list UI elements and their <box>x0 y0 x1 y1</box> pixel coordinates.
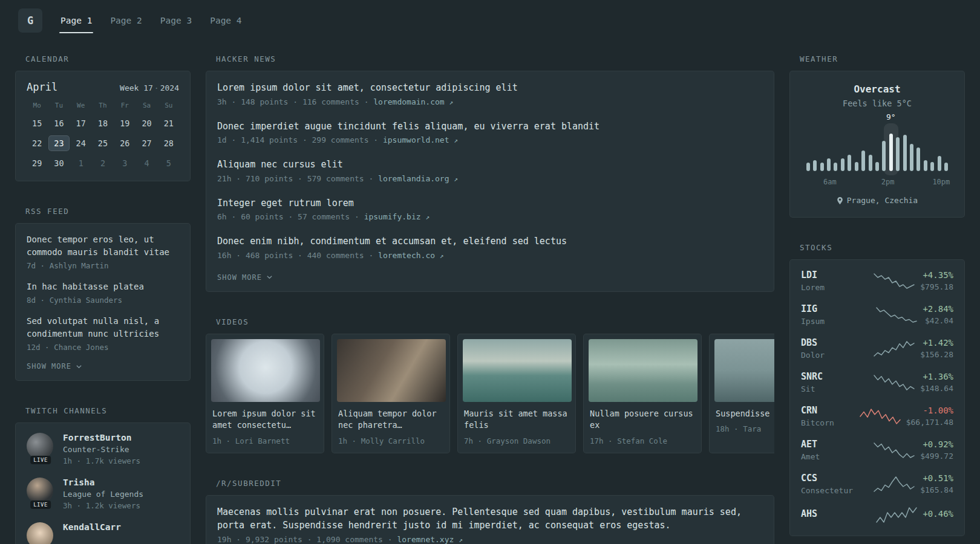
channel-name[interactable]: KendallCarr <box>63 522 121 532</box>
hn-item-domain-link[interactable]: ipsumworld.net ↗ <box>383 135 458 144</box>
weather-bar-column <box>853 129 860 171</box>
stock-symbol: CCS <box>801 473 868 484</box>
stock-row[interactable]: CRN Bitcorn -1.00% $66,171.48 <box>801 405 953 427</box>
middle-column: HACKER NEWS Lorem ipsum dolor sit amet, … <box>206 54 774 544</box>
app-logo[interactable]: G <box>18 8 42 33</box>
weather-bar <box>910 144 913 171</box>
channel-avatar[interactable]: LIVE <box>27 433 54 463</box>
video-thumbnail[interactable] <box>589 339 697 402</box>
channel-info: KendallCarr <box>63 522 121 534</box>
page-tab[interactable]: Page 4 <box>209 0 243 41</box>
channel-avatar[interactable]: LIVE <box>27 478 54 508</box>
rss-show-more-button[interactable]: SHOW MORE <box>27 362 82 371</box>
twitch-widget-header: TWITCH CHANNELS <box>25 406 191 415</box>
calendar-day: 26 <box>114 135 135 151</box>
hn-item-domain: loremdomain.com <box>373 97 444 106</box>
video-card[interactable]: Nullam posuere cursus ex 17h · Stefan Co… <box>583 334 702 453</box>
hn-item-domain-link[interactable]: loremdomain.com ↗ <box>373 97 453 106</box>
video-thumbnail[interactable] <box>463 339 572 402</box>
video-card[interactable]: Suspendisse diam 18h · Tara <box>709 334 774 453</box>
channel-viewers: 3h · 1.2k viewers <box>63 501 143 510</box>
weather-bar-column <box>818 129 825 171</box>
weather-widget: WEATHER Overcast Feels like 5°C 9° 6am 2… <box>789 54 965 218</box>
live-badge: LIVE <box>30 456 51 464</box>
hn-item-domain-link[interactable]: ipsumify.biz ↗ <box>364 212 430 221</box>
video-thumbnail[interactable] <box>337 339 446 402</box>
stock-row[interactable]: CCS Consectetur +0.51% $165.84 <box>801 473 953 495</box>
weather-bar-column: 9° <box>887 129 894 171</box>
calendar-day: 18 <box>93 115 113 131</box>
subreddit-post: Maecenas mollis pulvinar erat non posuer… <box>217 505 763 544</box>
separator-dot: · <box>154 83 159 92</box>
stock-sparkline <box>873 442 915 459</box>
stock-row[interactable]: IIG Ipsum +2.84% $42.04 <box>801 303 953 326</box>
external-link-icon: ↗ <box>425 213 430 221</box>
stock-row[interactable]: DBS Dolor +1.42% $156.28 <box>801 337 953 360</box>
rss-item-meta: 7d · Ashlyn Martin <box>27 261 179 270</box>
show-more-label: SHOW MORE <box>217 273 262 282</box>
rss-item: Donec tempor eros leo, ut commodo mauris… <box>27 233 179 270</box>
weather-chart: 9° <box>805 129 950 171</box>
channel-avatar[interactable]: LIVE <box>27 522 54 544</box>
stock-row[interactable]: AET Amet +0.92% $499.72 <box>801 439 953 461</box>
hn-item-domain-link[interactable]: loremlandia.org ↗ <box>378 174 458 183</box>
video-thumbnail[interactable] <box>211 339 320 402</box>
rss-item-title[interactable]: Donec tempor eros leo, ut commodo mauris… <box>27 233 179 259</box>
channel-name[interactable]: Trisha <box>63 478 143 487</box>
video-title[interactable]: Mauris sit amet massa felis <box>464 408 569 432</box>
stock-row[interactable]: LDI Lorem +4.35% $795.18 <box>801 270 953 292</box>
hn-item-title[interactable]: Donec enim nibh, condimentum et accumsan… <box>217 235 763 248</box>
rss-item-title[interactable]: In hac habitasse platea <box>27 280 179 293</box>
calendar-day-of-week: Th <box>93 102 113 111</box>
calendar-day-of-week: Sa <box>136 102 157 111</box>
channel-name[interactable]: ForrestBurton <box>63 433 140 442</box>
stock-change: +1.36% <box>920 372 953 381</box>
calendar-widget-header: CALENDAR <box>25 54 191 63</box>
stock-row[interactable]: AHS +0.46% <box>801 507 953 523</box>
stock-row[interactable]: SNRC Sit +1.36% $148.64 <box>801 371 953 393</box>
video-card[interactable]: Aliquam tempor dolor nec pharetra… 1h · … <box>332 334 450 453</box>
subreddit-post-title[interactable]: Maecenas mollis pulvinar erat non posuer… <box>217 505 763 533</box>
hn-item-title[interactable]: Donec imperdiet augue tincidunt felis al… <box>217 120 763 134</box>
videos-widget: VIDEOS Lorem ipsum dolor sit amet consec… <box>206 317 774 453</box>
hn-item-stats: 1d · 1,414 points · 299 comments · <box>217 135 383 144</box>
video-title[interactable]: Nullam posuere cursus ex <box>590 408 695 432</box>
video-title[interactable]: Lorem ipsum dolor sit amet consectetu… <box>212 408 318 432</box>
stock-name: Sit <box>801 384 868 393</box>
stock-identity: CCS Consectetur <box>801 473 868 495</box>
video-title[interactable]: Aliquam tempor dolor nec pharetra… <box>338 408 443 432</box>
stock-values: -1.00% $66,171.48 <box>906 406 953 427</box>
stock-sparkline <box>873 374 915 391</box>
hn-item-domain-link[interactable]: loremtech.co ↗ <box>378 251 443 260</box>
weather-bar <box>938 156 941 171</box>
video-title[interactable]: Suspendisse diam <box>716 408 774 420</box>
page-tab[interactable]: Page 1 <box>59 0 93 41</box>
video-thumbnail[interactable] <box>714 339 774 402</box>
weather-location-label: Prague, Czechia <box>847 196 918 205</box>
twitch-channel-row[interactable]: LIVE KendallCarr <box>27 522 179 544</box>
hn-item-title[interactable]: Aliquam nec cursus elit <box>217 158 763 172</box>
subreddit-post-domain-link[interactable]: loremnet.xyz ↗ <box>397 535 462 544</box>
page-tab[interactable]: Page 3 <box>159 0 193 41</box>
hn-item: Donec imperdiet augue tincidunt felis al… <box>217 120 763 145</box>
hn-item-title[interactable]: Integer eget rutrum lorem <box>217 196 763 210</box>
channel-game: Counter-Strike <box>63 445 140 454</box>
rss-item-title[interactable]: Sed volutpat nulla nisl, a condimentum n… <box>27 315 179 340</box>
calendar-day: 3 <box>114 155 135 171</box>
stock-symbol: CRN <box>801 405 854 416</box>
twitch-channel-row[interactable]: LIVE ForrestBurton Counter-Strike 1h · 1… <box>27 433 179 465</box>
weather-widget-header: WEATHER <box>800 54 965 63</box>
stock-sparkline <box>859 408 901 425</box>
hackernews-show-more-button[interactable]: SHOW MORE <box>217 273 273 282</box>
hn-item-meta: 1d · 1,414 points · 299 comments · ipsum… <box>217 135 763 144</box>
rss-widget-header: RSS FEED <box>25 207 191 216</box>
video-card[interactable]: Mauris sit amet massa felis 7h · Grayson… <box>457 334 576 453</box>
video-card[interactable]: Lorem ipsum dolor sit amet consectetu… 1… <box>206 334 324 453</box>
hn-item-stats: 21h · 710 points · 579 comments · <box>217 174 378 183</box>
page-tab[interactable]: Page 2 <box>109 0 143 41</box>
twitch-channel-row[interactable]: LIVE Trisha League of Legends 3h · 1.2k … <box>27 478 179 510</box>
hn-item-title[interactable]: Lorem ipsum dolor sit amet, consectetur … <box>217 81 763 95</box>
stock-change: +0.51% <box>920 473 953 483</box>
calendar-day: 17 <box>71 115 91 131</box>
weather-bar <box>916 147 920 171</box>
